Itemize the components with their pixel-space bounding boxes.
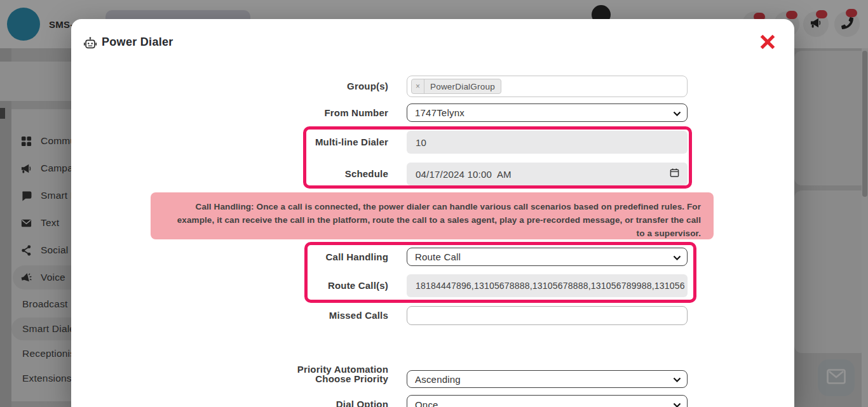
power-dialer-modal: Power Dialer Group(s) × PowerDialGroup F… xyxy=(71,19,794,407)
dial-option-label: Dial Option xyxy=(336,395,388,407)
from-number-label: From Number xyxy=(324,103,388,122)
close-icon[interactable] xyxy=(759,33,776,51)
groups-input[interactable]: × PowerDialGroup xyxy=(407,76,688,97)
missed-calls-input[interactable] xyxy=(407,306,688,325)
route-calls-label: Route Call(s) xyxy=(328,274,388,297)
modal-title: Power Dialer xyxy=(102,36,173,49)
call-handling-note: Call Handling: Once a call is connected,… xyxy=(151,192,714,239)
choose-priority-label: Choose Priority xyxy=(315,370,388,388)
choose-priority-select[interactable]: Ascending xyxy=(407,370,688,388)
app-root: SMS- xyxy=(0,0,868,407)
group-tag-label: PowerDialGroup xyxy=(424,82,501,91)
multiline-dialer-input[interactable] xyxy=(407,131,688,154)
from-number-select[interactable]: 1747Telynx xyxy=(407,103,688,122)
schedule-label: Schedule xyxy=(345,163,388,185)
route-calls-input[interactable] xyxy=(407,274,688,297)
call-handling-select[interactable]: Route Call xyxy=(407,248,688,266)
missed-calls-label: Missed Calls xyxy=(329,306,388,325)
groups-label: Group(s) xyxy=(347,76,388,97)
multiline-dialer-label: Multi-line Dialer xyxy=(315,131,388,154)
remove-tag-icon[interactable]: × xyxy=(412,79,424,93)
group-tag: × PowerDialGroup xyxy=(411,79,501,94)
robot-icon xyxy=(83,36,97,53)
schedule-input[interactable] xyxy=(407,163,688,185)
call-handling-label: Call Handling xyxy=(326,248,388,266)
dial-option-select[interactable]: Once xyxy=(407,395,688,407)
